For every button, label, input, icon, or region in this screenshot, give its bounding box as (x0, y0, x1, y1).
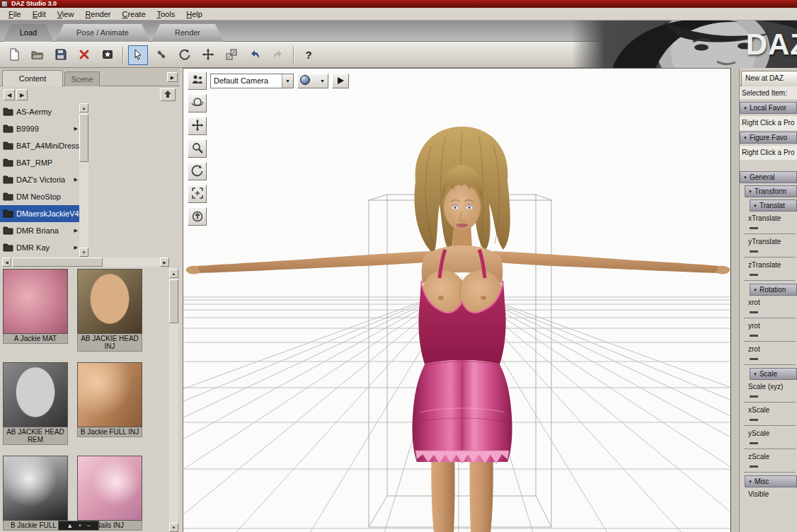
scrollbar-thumb[interactable] (169, 279, 178, 323)
frame-tool-button[interactable] (188, 185, 207, 203)
scale-tool-button[interactable] (222, 45, 241, 65)
camera-dropdown[interactable]: Default Camera ▼ (210, 74, 294, 88)
scene-canvas[interactable] (183, 69, 731, 532)
figure-3d[interactable] (186, 127, 730, 532)
menu-file[interactable]: File (3, 8, 27, 20)
folder-item[interactable]: B9999 ▶ (0, 120, 79, 137)
menu-view[interactable]: View (52, 8, 80, 20)
tab-new-at-daz[interactable]: New at DAZ (741, 71, 797, 86)
menu-render[interactable]: Render (79, 8, 116, 20)
tab-content[interactable]: Content (2, 70, 63, 86)
translate-tool-button[interactable] (198, 45, 218, 65)
parameter-slider[interactable] (744, 247, 796, 258)
section-header-figure-favorites[interactable]: ▼ Figure Favo (740, 132, 797, 144)
scrollbar-thumb[interactable] (79, 114, 88, 162)
section-header-misc[interactable]: ▼ Misc (745, 475, 797, 487)
scrollbar-thumb[interactable] (12, 258, 103, 267)
slider-thumb[interactable] (750, 227, 758, 229)
slider-thumb[interactable] (750, 250, 758, 253)
joint-rotate-tool-button[interactable] (151, 45, 171, 65)
slider-thumb[interactable] (750, 442, 758, 444)
nav-back-button[interactable]: ◀ (4, 89, 15, 100)
content-thumbnail[interactable]: AB JACKIE HEAD INJ (77, 269, 144, 357)
rotate-view-button[interactable] (188, 162, 207, 180)
scroll-right-icon[interactable]: ▶ (160, 258, 169, 267)
scroll-left-icon[interactable]: ◀ (2, 258, 11, 267)
folder-item[interactable]: BAT_A4MiniDress (0, 137, 79, 154)
chevron-down-icon[interactable]: ▼ (282, 74, 293, 88)
tab-load[interactable]: Load (3, 24, 54, 42)
slider-thumb[interactable] (750, 395, 758, 398)
scroll-up-icon[interactable]: ▲ (79, 103, 88, 112)
section-header-general[interactable]: ▼ General (740, 171, 797, 183)
thumbnail-size-bar[interactable]: ▲ + − (58, 521, 99, 531)
parameter-slider[interactable] (744, 462, 796, 473)
slider-thumb[interactable] (750, 311, 758, 313)
expand-arrow-icon[interactable]: ▶ (74, 177, 78, 183)
tab-pose-animate[interactable]: Pose / Animate (55, 24, 150, 42)
scroll-up-icon[interactable]: ▲ (169, 269, 178, 278)
menu-tools[interactable]: Tools (151, 8, 181, 20)
tab-scene[interactable]: Scene (64, 71, 100, 86)
panel-menu-button[interactable]: ▶ (167, 72, 178, 82)
menu-help[interactable]: Help (180, 8, 208, 20)
expand-arrow-icon[interactable]: ▶ (74, 245, 78, 250)
expand-arrow-icon[interactable]: ▶ (74, 228, 78, 233)
folder-item[interactable]: AS-Aermy (0, 103, 79, 120)
slider-thumb[interactable] (750, 419, 758, 421)
scroll-down-icon[interactable]: ▼ (79, 248, 88, 257)
orbit-tool-button[interactable] (188, 94, 207, 112)
reset-view-button[interactable] (188, 207, 207, 226)
section-header-translate[interactable]: ▼ Translat (750, 200, 797, 212)
play-button[interactable] (332, 74, 349, 88)
render-button[interactable] (98, 45, 117, 65)
size-minus-icon[interactable]: − (86, 521, 90, 530)
save-button[interactable] (51, 45, 71, 65)
draw-style-dropdown[interactable]: ▼ (297, 74, 328, 88)
delete-button[interactable] (74, 45, 94, 65)
section-header-scale[interactable]: ▼ Scale (750, 368, 797, 380)
slider-thumb[interactable] (750, 358, 758, 360)
section-header-transform[interactable]: ▼ Transform (745, 185, 797, 197)
pan-tool-button[interactable] (188, 117, 207, 135)
parameter-slider[interactable] (744, 392, 796, 403)
folder-item-selected[interactable]: DMaerskJackieV4 (0, 205, 79, 222)
folder-item[interactable]: BAT_RMP (0, 154, 79, 171)
redo-button[interactable] (268, 45, 288, 65)
tab-render[interactable]: Render (151, 24, 224, 42)
thumbnail-scrollbar[interactable]: ▲ ▼ (169, 269, 178, 532)
folder-item[interactable]: DAZ's Victoria ▶ (0, 171, 79, 188)
slider-thumb[interactable] (750, 274, 758, 276)
content-thumbnail[interactable]: AB JACKIE HEAD REM (3, 362, 69, 450)
open-file-button[interactable] (28, 45, 47, 65)
content-thumbnail[interactable]: A Jackie MAT (3, 269, 69, 357)
parameter-slider[interactable] (744, 224, 796, 234)
zoom-tool-button[interactable] (188, 139, 207, 158)
content-thumbnail[interactable]: B Jackie FULL INJ (77, 362, 144, 450)
menu-edit[interactable]: Edit (27, 8, 52, 20)
folder-item[interactable]: DM NeoStop (0, 188, 79, 205)
parameter-slider[interactable] (744, 308, 796, 318)
folder-item[interactable]: DMR Kay ▶ (0, 239, 79, 256)
slider-thumb[interactable] (750, 335, 758, 337)
section-header-rotation[interactable]: ▼ Rotation (750, 284, 797, 296)
parameter-slider[interactable] (744, 354, 796, 365)
horizontal-scrollbar[interactable]: ◀ ▶ (2, 258, 169, 267)
parameter-slider[interactable] (744, 415, 796, 426)
nav-forward-button[interactable]: ▶ (16, 89, 28, 100)
size-plus-icon[interactable]: + (78, 521, 81, 530)
help-button[interactable]: ? (299, 45, 319, 65)
viewport-3d[interactable]: Default Camera ▼ ▼ (183, 68, 731, 532)
menu-create[interactable]: Create (116, 8, 151, 20)
new-document-button[interactable] (4, 45, 24, 65)
slider-thumb[interactable] (750, 466, 758, 468)
folder-tree-scrollbar[interactable]: ▲ ▼ (79, 103, 88, 257)
title-bar[interactable]: DAZ Studio 3.0 (0, 0, 797, 8)
parameter-slider[interactable] (744, 331, 796, 342)
panel-splitter[interactable] (732, 68, 740, 532)
folder-up-button[interactable] (160, 88, 176, 101)
expand-arrow-icon[interactable]: ▶ (74, 126, 78, 132)
size-handle-icon[interactable]: ▲ (67, 521, 73, 530)
folder-item[interactable]: DMR Briana ▶ (0, 222, 79, 239)
undo-button[interactable] (245, 45, 265, 65)
